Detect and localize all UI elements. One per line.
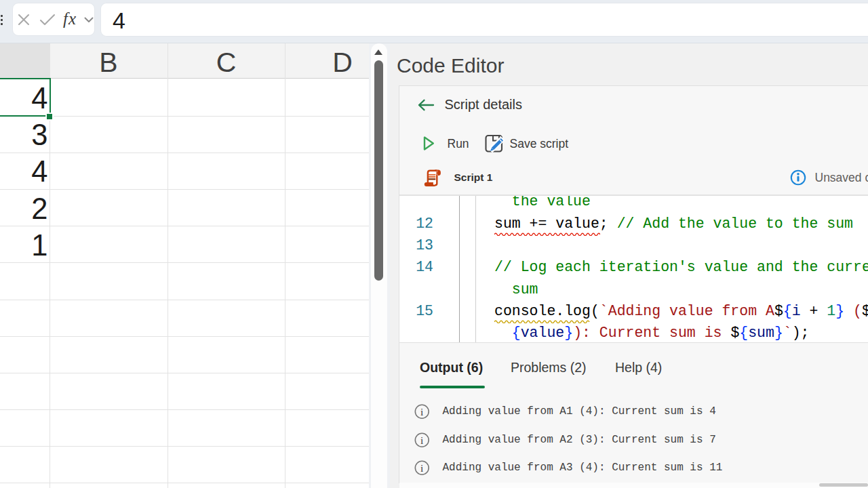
svg-text:i: i	[420, 462, 423, 474]
svg-text:i: i	[420, 434, 423, 445]
svg-text:i: i	[420, 406, 423, 418]
